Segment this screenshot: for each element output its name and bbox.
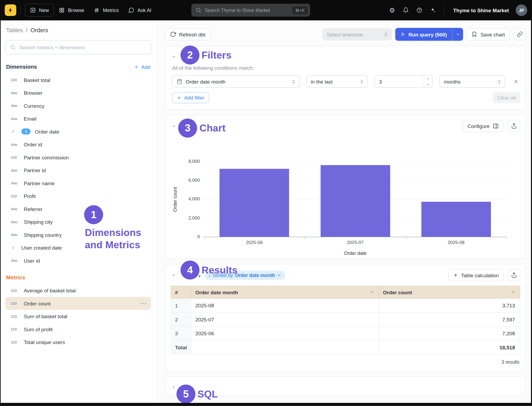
global-search[interactable]: ⌘+K bbox=[191, 4, 310, 17]
sidebar-item-browser[interactable]: AbcBrowser bbox=[5, 86, 151, 99]
month-cell[interactable]: 2025-08 bbox=[191, 299, 379, 312]
search-icon bbox=[196, 7, 202, 13]
sidebar-item-referrer[interactable]: AbcReferrer bbox=[5, 202, 151, 216]
sidebar-item-sum-of-basket-total[interactable]: 123Sum of basket total bbox=[5, 310, 151, 323]
results-collapse-toggle[interactable] bbox=[171, 272, 177, 278]
sidebar-item-basket-total[interactable]: 123Basket total bbox=[5, 73, 151, 86]
save-chart-button[interactable]: Save chart bbox=[466, 28, 510, 40]
remove-filter-button[interactable]: × bbox=[512, 78, 520, 85]
filter-value-field[interactable] bbox=[375, 76, 424, 87]
notifications-button[interactable] bbox=[399, 4, 412, 17]
browse-button[interactable]: Browse bbox=[54, 4, 89, 17]
breadcrumb-tables[interactable]: Tables bbox=[6, 27, 23, 34]
new-button[interactable]: New bbox=[25, 4, 54, 17]
chevron-down-icon[interactable] bbox=[370, 290, 374, 295]
count-cell[interactable]: 3,713 bbox=[379, 299, 520, 312]
app-logo[interactable] bbox=[5, 5, 16, 16]
play-icon bbox=[401, 32, 406, 37]
plus-square-icon bbox=[30, 7, 36, 13]
metric-label: Sum of basket total bbox=[24, 313, 67, 319]
run-query-dropdown[interactable] bbox=[452, 28, 463, 41]
count-cell[interactable]: 7,597 bbox=[379, 312, 520, 326]
sidebar-item-profit[interactable]: 123Profit bbox=[5, 189, 151, 202]
filter-operator-select[interactable]: in the last bbox=[306, 75, 368, 88]
chevron-right-icon[interactable] bbox=[11, 129, 17, 134]
numeric-type-icon: 123 bbox=[11, 288, 19, 292]
sidebar-item-shipping-city[interactable]: AbcShipping city bbox=[5, 215, 151, 228]
sql-collapse-toggle[interactable] bbox=[171, 384, 177, 390]
add-filter-button[interactable]: Add filter bbox=[172, 92, 209, 103]
sidebar-item-email[interactable]: AbcEmail bbox=[5, 112, 151, 125]
share-link-button[interactable] bbox=[514, 28, 526, 40]
row-index-cell: 3 bbox=[171, 326, 191, 340]
sidebar-item-order-id[interactable]: AbcOrder id bbox=[5, 138, 151, 151]
sidebar-item-order-count[interactable]: 123Order count··· bbox=[5, 297, 151, 310]
sidebar-item-partner-commission[interactable]: 123Partner commission bbox=[5, 151, 151, 164]
chevron-down-icon[interactable] bbox=[511, 290, 516, 295]
metrics-nav-button[interactable]: Metrics bbox=[89, 4, 124, 17]
sidebar-item-currency[interactable]: AbcCurrency bbox=[5, 99, 151, 112]
sidebar-item-user-id[interactable]: AbcUser id bbox=[5, 254, 151, 267]
sidebar-item-user-created-date[interactable]: User created date bbox=[5, 241, 151, 254]
number-stepper[interactable] bbox=[424, 76, 432, 87]
dimension-label: Shipping city bbox=[24, 219, 53, 225]
sidebar-item-order-date[interactable]: 1Order date bbox=[5, 125, 151, 138]
x-axis-tick bbox=[406, 237, 406, 239]
sorted-by-pill[interactable]: ↓ Sorted by Order date month bbox=[205, 271, 285, 280]
refresh-dbt-button[interactable]: Refresh dbt bbox=[165, 28, 211, 40]
stepper-down-icon[interactable] bbox=[424, 81, 432, 87]
column-header-month[interactable]: Order date month bbox=[191, 286, 379, 298]
column-header-count[interactable]: Order count bbox=[379, 286, 520, 298]
chart-collapse-toggle[interactable] bbox=[171, 123, 177, 129]
month-cell[interactable]: 2025-06 bbox=[191, 326, 379, 340]
add-dimension-button[interactable]: Add bbox=[134, 64, 150, 70]
string-type-icon: Abc bbox=[11, 168, 19, 172]
results-section-title: Results bbox=[181, 272, 201, 278]
filter-field-select[interactable]: Order date month bbox=[172, 75, 299, 88]
count-cell[interactable]: 7,208 bbox=[379, 326, 520, 340]
fields-search[interactable] bbox=[5, 40, 151, 55]
export-chart-button[interactable] bbox=[508, 120, 520, 132]
filter-unit-select[interactable]: months bbox=[440, 75, 505, 88]
dimension-label: Basket total bbox=[24, 77, 50, 83]
chart-bar-2025-07[interactable] bbox=[320, 165, 390, 237]
table-row[interactable]: 12025-083,713 bbox=[171, 299, 520, 312]
settings-button[interactable]: ⚙ bbox=[386, 4, 399, 17]
stepper-up-icon[interactable] bbox=[424, 76, 432, 82]
table-row[interactable]: 32025-067,208 bbox=[171, 326, 520, 340]
x-axis-tick-label: 2025-08 bbox=[432, 240, 480, 245]
sidebar-item-average-of-basket-total[interactable]: 123Average of basket total bbox=[5, 284, 151, 297]
ask-ai-button[interactable]: Ask AI bbox=[124, 4, 156, 17]
dimension-label: Browser bbox=[24, 90, 42, 96]
refresh-dbt-label: Refresh dbt bbox=[179, 31, 205, 37]
fields-search-input[interactable] bbox=[19, 44, 147, 50]
user-avatar[interactable]: JP bbox=[516, 5, 527, 16]
timezone-select[interactable]: Select timezone bbox=[322, 28, 392, 40]
sidebar-item-sum-of-profit[interactable]: 123Sum of profit bbox=[5, 323, 151, 336]
run-query-button[interactable]: Run query (500) bbox=[395, 28, 463, 41]
y-axis-tick-label: 2,000 bbox=[175, 215, 200, 220]
clear-all-button[interactable]: Clear all bbox=[493, 92, 520, 103]
table-row[interactable]: 22025-077,597 bbox=[171, 312, 520, 326]
filters-section: Filters All of the following conditions … bbox=[165, 46, 526, 110]
month-cell[interactable]: 2025-07 bbox=[191, 312, 379, 326]
sidebar-item-total-unique-users[interactable]: 123Total unique users bbox=[5, 335, 151, 349]
sidebar-item-partner-name[interactable]: AbcPartner name bbox=[5, 177, 151, 190]
y-axis-tick-label: 8,000 bbox=[175, 159, 200, 164]
chart-bar-2025-08[interactable] bbox=[421, 202, 491, 237]
dimension-label: Partner id bbox=[24, 167, 46, 173]
table-calculation-button[interactable]: Table calculation bbox=[448, 269, 504, 281]
more-options-icon[interactable]: ··· bbox=[141, 300, 147, 306]
chevron-right-icon[interactable] bbox=[11, 245, 17, 250]
configure-button[interactable]: Configure bbox=[462, 120, 504, 132]
chart-bar-2025-06[interactable] bbox=[219, 169, 289, 237]
sidebar-item-shipping-country[interactable]: AbcShipping country bbox=[5, 228, 151, 241]
filters-collapse-toggle[interactable] bbox=[171, 54, 177, 60]
sidebar-item-partner-id[interactable]: AbcPartner id bbox=[5, 164, 151, 177]
org-name[interactable]: Thyme to Shine Market bbox=[449, 7, 513, 13]
filter-value-input[interactable] bbox=[375, 75, 433, 88]
global-search-input[interactable] bbox=[205, 7, 289, 13]
export-results-button[interactable] bbox=[508, 269, 520, 281]
ai-sparkles-button[interactable] bbox=[427, 4, 440, 17]
help-button[interactable] bbox=[413, 4, 426, 17]
